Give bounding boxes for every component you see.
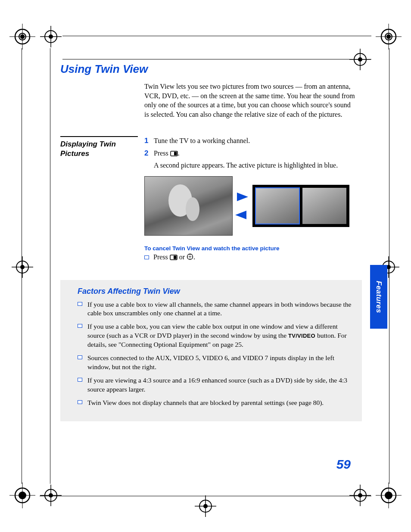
step-text: Press . A second picture appears. The ac…	[154, 149, 362, 170]
crop-line	[62, 59, 371, 59]
list-item-text: If you use a cable box, you can view the…	[87, 322, 352, 349]
cancel-text-middle: or	[177, 253, 187, 261]
twin-view-button-icon	[170, 149, 178, 159]
crop-line	[40, 496, 371, 496]
bullet-icon	[78, 378, 82, 382]
list-item-text: If you use a cable box to view all chann…	[87, 300, 352, 318]
illustration-arrows	[237, 193, 248, 219]
steps-list: 1 Tune the TV to a working channel. 2 Pr…	[144, 136, 362, 261]
section-displaying-twin-pictures: Displaying Twin Pictures 1 Tune the TV t…	[60, 136, 362, 261]
crop-mark-icon	[193, 493, 218, 519]
cancel-text-suffix: .	[193, 253, 195, 261]
factors-title: Factors Affecting Twin View	[78, 287, 352, 296]
crop-mark-icon	[9, 482, 35, 508]
step-1: 1 Tune the TV to a working channel.	[144, 136, 362, 146]
list-item-text: Twin View does not display channels that…	[87, 398, 324, 408]
arrow-right-icon	[237, 193, 248, 201]
section-tab-features: Features	[370, 265, 387, 329]
crop-mark-icon	[38, 24, 64, 50]
svg-rect-25	[174, 152, 177, 156]
page-title: Using Twin View	[60, 62, 362, 76]
svg-rect-27	[174, 255, 177, 259]
list-item-text: Sources connected to the AUX, VIDEO 5, V…	[87, 354, 352, 372]
cancel-text: Press or .	[153, 253, 195, 262]
illustration-photo-single	[144, 176, 233, 236]
crop-line	[22, 48, 22, 484]
cancel-text-prefix: Press	[153, 253, 170, 261]
step-text: Tune the TV to a working channel.	[154, 136, 362, 146]
page-number: 59	[336, 457, 351, 472]
tv-video-button-label: TV/VIDEO	[288, 333, 315, 339]
bullet-icon	[78, 400, 82, 404]
crop-mark-icon	[9, 254, 35, 280]
page: Features Using Twin View Twin View lets …	[0, 0, 411, 532]
list-item: If you are viewing a 4:3 source and a 16…	[78, 376, 352, 394]
list-item-text: If you are viewing a 4:3 source and a 16…	[87, 376, 352, 394]
crop-line	[50, 48, 50, 484]
crop-mark-icon	[38, 482, 64, 508]
content-area: Using Twin View Twin View lets you see t…	[60, 62, 362, 421]
side-heading: Displaying Twin Pictures	[60, 136, 138, 261]
crop-mark-icon	[347, 482, 373, 508]
twin-active-picture	[255, 188, 299, 224]
svg-point-29	[190, 256, 191, 257]
cancel-heading: To cancel Twin View and watch the active…	[144, 245, 362, 252]
twin-view-button-icon	[170, 254, 177, 262]
crop-line	[62, 36, 371, 36]
list-item: If you use a cable box, you can view the…	[78, 322, 352, 349]
list-item: Sources connected to the AUX, VIDEO 5, V…	[78, 354, 352, 372]
crop-mark-icon	[9, 24, 35, 50]
list-item: If you use a cable box to view all chann…	[78, 300, 352, 318]
factors-box: Factors Affecting Twin View If you use a…	[60, 280, 362, 421]
joystick-button-icon	[187, 253, 193, 262]
bullet-icon	[78, 302, 82, 306]
cancel-instruction: Press or .	[144, 253, 362, 262]
bullet-icon	[78, 355, 82, 359]
crop-mark-icon	[376, 482, 402, 508]
crop-mark-icon	[376, 24, 402, 50]
step-text-prefix: Press	[154, 149, 170, 157]
crop-line	[389, 48, 389, 484]
illustration-twin-screen	[252, 185, 349, 227]
intro-paragraph: Twin View lets you see two pictures from…	[144, 82, 355, 119]
step-followup: A second picture appears. The active pic…	[154, 161, 362, 170]
twin-secondary-picture	[302, 188, 346, 224]
step-2: 2 Press . A second picture appears. The …	[144, 149, 362, 170]
list-item: Twin View does not display channels that…	[78, 398, 352, 408]
factors-list: If you use a cable box to view all chann…	[70, 300, 352, 408]
twin-view-illustration	[144, 176, 362, 236]
bullet-icon	[144, 255, 149, 259]
bullet-icon	[78, 324, 82, 328]
step-number: 1	[144, 136, 154, 146]
step-number: 2	[144, 149, 154, 170]
arrow-left-icon	[235, 211, 246, 219]
step-text-suffix: .	[178, 149, 180, 157]
